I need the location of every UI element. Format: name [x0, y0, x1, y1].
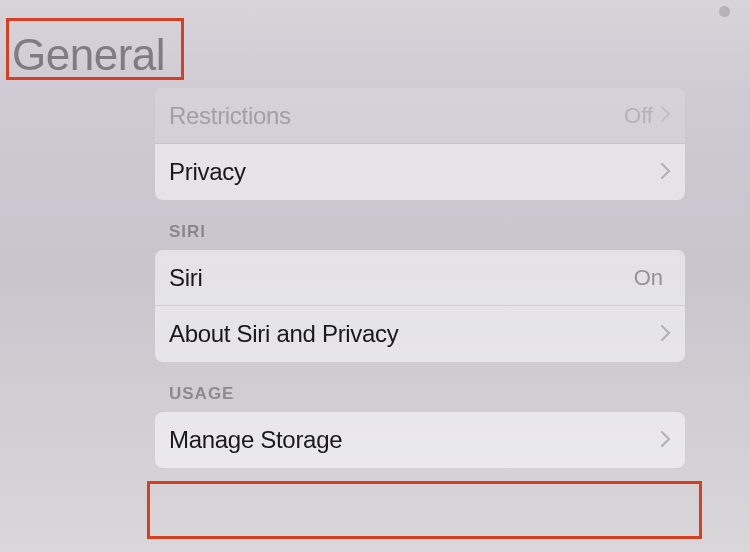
row-restrictions[interactable]: Restrictions Off	[155, 88, 685, 144]
row-right: On	[634, 265, 671, 291]
row-manage-storage[interactable]: Manage Storage	[155, 412, 685, 468]
row-label: Privacy	[169, 158, 246, 186]
page-header: General	[0, 0, 750, 88]
row-privacy[interactable]: Privacy	[155, 144, 685, 200]
row-value: On	[634, 265, 663, 291]
row-label: About Siri and Privacy	[169, 320, 399, 348]
row-right	[661, 161, 671, 184]
settings-list: Restrictions Off Privacy SIRI Siri On	[0, 88, 750, 468]
row-label: Manage Storage	[169, 426, 342, 454]
settings-group-usage: Manage Storage	[155, 412, 685, 468]
chevron-right-icon	[661, 104, 671, 127]
row-right	[661, 323, 671, 346]
settings-group-siri: Siri On About Siri and Privacy	[155, 250, 685, 362]
page-title: General	[12, 30, 738, 80]
row-right	[661, 429, 671, 452]
row-value: Off	[624, 103, 653, 129]
row-label: Siri	[169, 264, 202, 292]
row-right: Off	[624, 103, 671, 129]
chevron-right-icon	[661, 323, 671, 346]
chevron-right-icon	[661, 429, 671, 452]
settings-group-general: Restrictions Off Privacy	[155, 88, 685, 200]
section-header-siri: SIRI	[155, 200, 685, 250]
row-siri[interactable]: Siri On	[155, 250, 685, 306]
row-about-siri-privacy[interactable]: About Siri and Privacy	[155, 306, 685, 362]
row-label: Restrictions	[169, 102, 291, 130]
annotation-highlight-storage	[147, 481, 702, 539]
section-header-usage: USAGE	[155, 362, 685, 412]
chevron-right-icon	[661, 161, 671, 184]
